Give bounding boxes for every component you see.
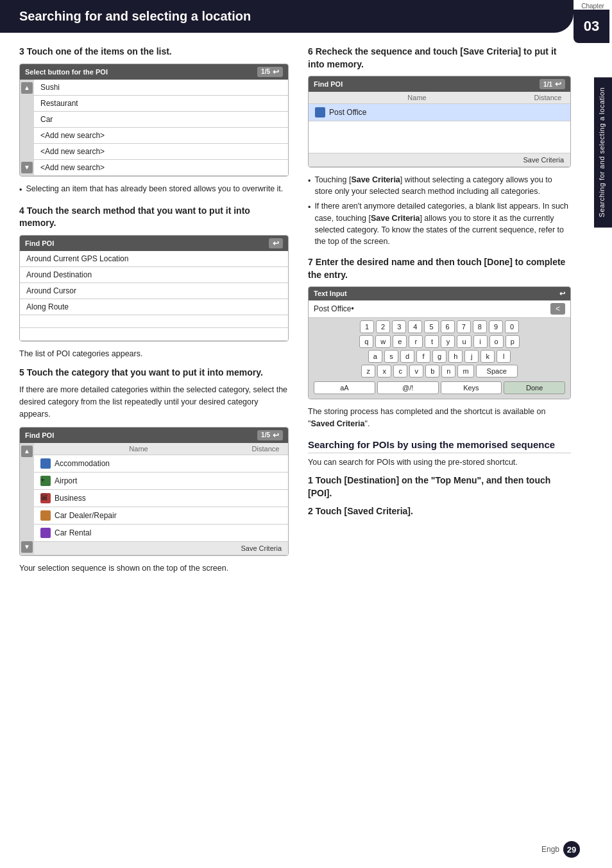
kb-key[interactable]: 3 [392,320,406,333]
kb-key[interactable]: 4 [408,320,422,333]
step4-ui-title: Find POI [25,239,54,247]
kb-key[interactable]: 6 [441,320,455,333]
car-rental-icon [40,528,51,538]
kb-key[interactable]: w [375,335,391,348]
row-label: Accommodation [55,459,110,468]
list-item[interactable]: <Add new search> [34,144,288,160]
kb-keys-key[interactable]: Keys [441,381,502,394]
kb-row-3: a s d f g h j k l [311,350,568,363]
right-column: 6 Recheck the sequence and touch [Save C… [308,46,571,580]
kb-row-2: q w e r t y u i o p [311,335,568,348]
kb-row-4: z x c v b n m Space [311,365,568,378]
kb-key[interactable]: f [416,350,430,363]
row-label: Car Dealer/Repair [55,511,117,520]
step4-nav: ↩ [269,238,283,248]
bullet-item: • Touching [Save Criteria] without selec… [308,174,571,197]
kb-key[interactable]: x [377,365,391,378]
kb-done-key[interactable]: Done [504,381,565,394]
list-item[interactable]: Accommodation [34,455,288,473]
back-arrow-icon[interactable]: ↩ [273,67,279,76]
kb-key[interactable]: v [409,365,423,378]
kb-key[interactable]: j [464,350,479,363]
step3-page: 1/5 [261,68,270,75]
kb-key[interactable]: m [457,365,473,378]
kb-key[interactable]: k [480,350,495,363]
list-item[interactable]: Car Dealer/Repair [34,507,288,525]
kb-key[interactable]: z [361,365,375,378]
kb-key[interactable]: c [393,365,407,378]
kb-key[interactable]: d [400,350,414,363]
kb-key[interactable]: q [359,335,373,348]
kb-key[interactable]: t [425,335,439,348]
list-item[interactable]: <Add new search> [34,160,288,176]
kb-aa-key[interactable]: aA [314,381,375,394]
scroll-down-icon[interactable]: ▼ [21,541,33,553]
save-criteria-row: Save Criteria [34,542,288,555]
list-item[interactable]: Restaurant [34,96,288,112]
kb-key[interactable]: 8 [473,320,487,333]
kb-input-text[interactable]: Post Office• [314,304,354,313]
back-arrow-icon[interactable]: ↩ [273,239,279,248]
main-content: 3 Touch one of the items on the list. Se… [0,33,594,593]
kb-key[interactable]: 9 [489,320,503,333]
subsection-step1: 1 Touch [Destination] on the "Top Menu",… [308,474,571,499]
kb-key[interactable]: h [448,350,463,363]
list-item[interactable]: + Airport [34,473,288,490]
step6-ui-title: Find POI [314,80,343,88]
kb-key[interactable]: s [384,350,398,363]
list-item[interactable]: Sushi [34,80,288,96]
save-criteria-label[interactable]: Save Criteria [241,544,282,552]
bullet-dot: • [308,175,310,197]
kb-key[interactable]: r [409,335,423,348]
list-item-empty [20,315,288,328]
back-arrow-icon[interactable]: ↩ [273,431,279,440]
kb-key[interactable]: b [425,365,439,378]
kb-backspace-button[interactable]: < [550,303,565,315]
kb-key[interactable]: a [368,350,382,363]
list-item[interactable]: <Add new search> [34,128,288,144]
step5-page: 1/5 [261,431,270,438]
list-item[interactable]: Car [34,112,288,128]
step6-page: 1/1 [543,81,552,88]
list-item[interactable]: Around Current GPS Location [20,251,288,267]
bullet-item: • Selecting an item that has already bee… [19,183,289,196]
kb-key[interactable]: e [393,335,407,348]
list-item-empty [20,328,288,341]
list-item-selected[interactable]: Post Office [309,104,570,121]
step3-rows: Sushi Restaurant Car <Add new search> <A… [34,80,288,176]
back-arrow-icon[interactable]: ↩ [555,80,561,89]
scroll-down-icon[interactable]: ▼ [21,162,33,173]
back-arrow-icon[interactable]: ↩ [559,290,565,298]
kb-key[interactable]: 7 [457,320,471,333]
kb-key[interactable]: i [473,335,488,348]
list-item[interactable]: Along Route [20,299,288,315]
kb-key[interactable]: n [441,365,455,378]
kb-key[interactable]: 0 [505,320,519,333]
kb-key[interactable]: 1 [360,320,374,333]
list-item[interactable]: Around Cursor [20,283,288,299]
list-item[interactable]: Car Rental [34,525,288,542]
kb-key[interactable]: g [432,350,446,363]
col-dist-header: Distance [525,92,570,103]
kb-key[interactable]: 5 [424,320,438,333]
scroll-up-icon[interactable]: ▲ [21,82,33,94]
scroll-up-icon[interactable]: ▲ [21,446,33,457]
kb-key[interactable]: u [457,335,471,348]
table-header: Name Distance [309,92,570,104]
kb-key[interactable]: y [441,335,455,348]
list-item[interactable]: Around Destination [20,267,288,283]
list-item[interactable]: 🏛 Business [34,490,288,507]
step3-ui-title: Select button for the POI [25,68,108,76]
kb-key[interactable]: 2 [376,320,390,333]
step3-scroll: ▲ ▼ [20,80,34,176]
kb-key[interactable]: l [497,350,511,363]
kb-space-key[interactable]: Space [476,365,518,378]
subsection-step2: 2 Touch [Saved Criteria]. [308,505,571,518]
save-criteria-label[interactable]: Save Criteria [523,156,564,164]
step5-scroll: ▲ ▼ [20,443,34,555]
kb-symbols-key[interactable]: @/! [377,381,439,394]
step4-heading: 4 Touch the search method that you want … [19,205,289,230]
kb-key[interactable]: p [506,335,520,348]
kb-key[interactable]: o [489,335,504,348]
step5-rows: Name Distance Accommodation + Airport 🏛 … [34,443,288,555]
